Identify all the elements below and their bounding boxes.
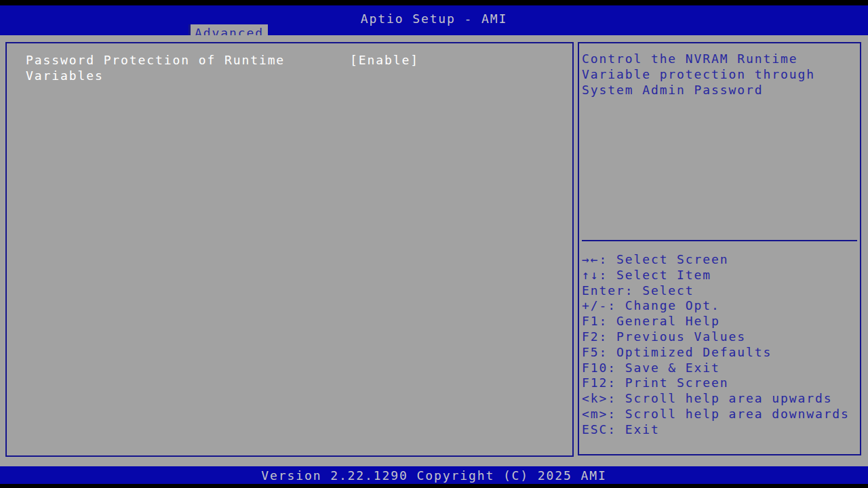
key-legend-line: Enter: Select [582,283,859,299]
header-bar: Aptio Setup - AMI Advanced [0,5,868,35]
help-description: Control the NVRAM Runtime Variable prote… [582,52,853,98]
bios-setup-screen: { "header": { "title": "Aptio Setup - AM… [0,0,868,488]
version-copyright-text: Version 2.22.1290 Copyright (C) 2025 AMI [261,468,606,483]
page-title: Aptio Setup - AMI [0,12,868,26]
key-legend-line: <k>: Scroll help area upwards [582,391,859,407]
key-legend: →←: Select Screen ↑↓: Select Item Enter:… [582,252,859,438]
key-legend-line: ↑↓: Select Item [582,268,859,283]
setting-value[interactable]: [Enable] [350,53,419,68]
key-legend-line: ESC: Exit [582,422,859,438]
key-legend-line: +/-: Change Opt. [582,298,859,314]
key-legend-line: <m>: Scroll help area downwards [582,407,859,422]
footer-bar: Version 2.22.1290 Copyright (C) 2025 AMI [0,466,868,484]
help-description-line: System Admin Password [582,83,853,98]
key-legend-line: F12: Print Screen [582,375,859,391]
help-panel: Control the NVRAM Runtime Variable prote… [578,42,861,455]
key-legend-line: F2: Previous Values [582,329,859,345]
help-description-line: Control the NVRAM Runtime [582,52,853,67]
help-description-line: Variable protection through [582,67,853,83]
key-legend-line: F5: Optimized Defaults [582,345,859,361]
key-legend-line: F10: Save & Exit [582,361,859,376]
settings-panel: Password Protection of Runtime Variables… [5,42,574,457]
key-legend-line: →←: Select Screen [582,252,859,268]
help-divider [582,240,857,241]
setting-label: Password Protection of Runtime Variables [26,53,331,84]
key-legend-line: F1: General Help [582,314,859,329]
